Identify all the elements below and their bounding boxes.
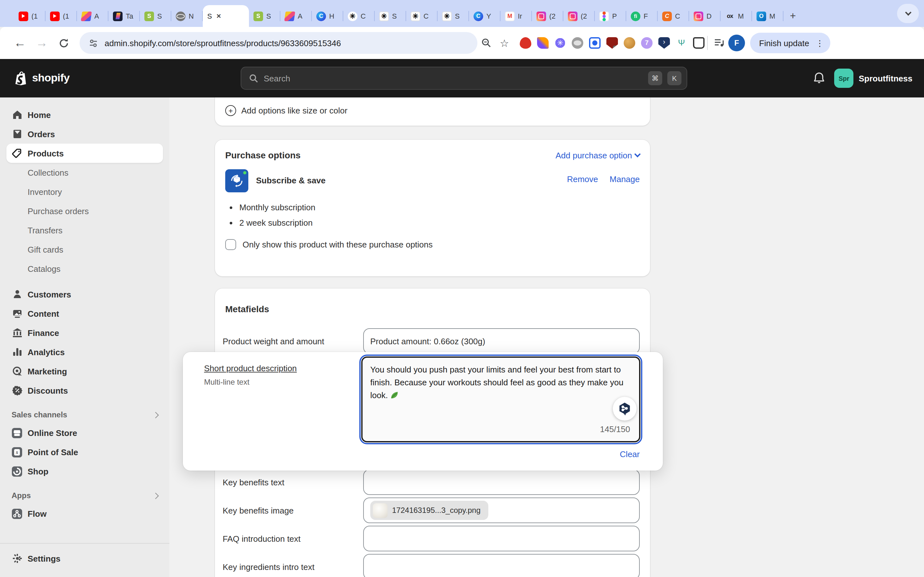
k-key: K [667,71,682,85]
short-description-label[interactable]: Short product description [204,364,297,373]
sidebar-item-label: Customers [27,290,71,299]
manage-link[interactable]: Manage [610,174,640,184]
browser-tab[interactable]: S [438,5,469,27]
chevron-down-icon [634,151,641,157]
sidebar-item-home[interactable]: Home [6,105,163,124]
browser-tab[interactable]: Ta [108,5,140,27]
metafield-row: Product weight and amount Product amount… [223,328,640,354]
sidebar-item-shop[interactable]: Shop [6,462,163,481]
sidebar-item-orders[interactable]: Orders [6,124,163,143]
flask-extension-icon[interactable] [693,37,704,49]
plant-extension-icon[interactable] [676,37,687,49]
store-menu[interactable]: Spr Sproutfitness [834,69,913,88]
forward-button[interactable]: → [31,32,53,54]
add-options-button[interactable]: + Add options like size or color [225,105,347,116]
loom-extension-icon[interactable] [589,37,601,49]
browser-tab[interactable]: C [343,5,375,27]
browser-tab[interactable]: A [280,5,312,27]
sidebar-item-inventory[interactable]: Inventory [6,182,163,201]
browser-tab[interactable]: M [752,5,783,27]
browser-tab[interactable]: (2 [532,5,564,27]
extension-assistant-bubble[interactable] [613,397,636,421]
sidebar-item-flow[interactable]: Flow [6,504,163,523]
browser-tab[interactable]: S [249,5,280,27]
browser-tab[interactable]: C [406,5,438,27]
add-purchase-option-button[interactable]: Add purchase option [556,150,640,160]
color-picker-extension-icon[interactable] [537,37,549,49]
sidebar-item-purchase-orders[interactable]: Purchase orders [6,201,163,221]
monkey-extension-icon[interactable] [572,37,583,49]
global-search-input[interactable]: Search ⌘ K [241,67,687,90]
browser-tab[interactable]: Ir [501,5,532,27]
browser-tab[interactable]: C [658,5,689,27]
sidebar-item-analytics[interactable]: Analytics [6,342,163,362]
sidebar-item-catalogs[interactable]: Catalogs [6,259,163,278]
remove-link[interactable]: Remove [567,174,598,184]
sidebar-item-collections[interactable]: Collections [6,163,163,182]
sidebar-item-transfers[interactable]: Transfers [6,221,163,240]
sidebar-item-settings[interactable]: Settings [6,549,163,568]
youtube-favicon-icon [50,11,60,21]
sidebar-item-point-of-sale[interactable]: sPoint of Sale [6,442,163,462]
sidebar-section-apps[interactable]: Apps [6,487,163,504]
browser-tab[interactable]: (2 [564,5,595,27]
only-show-checkbox[interactable] [225,239,236,250]
reading-list-button[interactable] [710,32,728,54]
browser-tab-active[interactable]: S× [203,5,249,27]
browser-tab[interactable]: M [720,5,752,27]
faq-introduction-text-input[interactable] [363,526,640,551]
notifications-bell-icon[interactable] [813,72,825,85]
snowflake-extension-icon[interactable] [554,37,566,49]
back-button[interactable]: ← [9,32,31,54]
zoom-page-button[interactable] [477,32,495,54]
address-bar[interactable]: admin.shopify.com/store/sproutfitness/pr… [79,32,477,54]
browser-tab[interactable]: A [77,5,108,27]
ublock-extension-icon[interactable]: 67 [606,37,618,49]
browser-tab[interactable]: (1 [14,5,45,27]
browser-tab[interactable]: F [626,5,658,27]
browser-tab[interactable]: D [689,5,720,27]
sidebar-item-products[interactable]: Products [6,143,163,163]
tab-search-button[interactable] [897,4,919,23]
lightning-favicon-icon [284,11,295,21]
clear-button[interactable]: Clear [620,450,640,459]
browser-tab[interactable]: S [375,5,406,27]
browser-tab[interactable]: Y [469,5,501,27]
browser-tab[interactable]: S [140,5,171,27]
subscription-plan-list: Monthly subscription2 week subscription [239,203,640,227]
product-weight-input[interactable]: Product amount: 0.66oz (300g) [363,328,640,354]
tab-close-icon[interactable]: × [216,11,221,21]
key-benefits-text-input[interactable] [363,469,640,495]
reload-button[interactable] [53,32,74,54]
subscription-plan: Monthly subscription [239,203,640,212]
sidebar-item-content[interactable]: Content [6,304,163,323]
sidebar-item-online-store[interactable]: Online Store [6,423,163,442]
browser-tab[interactable]: H [312,5,343,27]
sidebar-item-label: Flow [27,509,47,518]
finish-update-button[interactable]: Finish update ⋮ [750,33,830,53]
browser-profile-avatar[interactable]: F [728,35,745,51]
sidebar-item-marketing[interactable]: Marketing [6,362,163,381]
bookmark-star-icon[interactable]: ☆ [495,32,513,54]
key-benefits-image-input[interactable]: 1724163195...3_copy.png [363,498,640,523]
sidebar-item-discounts[interactable]: Discounts [6,381,163,400]
cookie-extension-icon[interactable] [624,37,635,49]
short-description-textarea[interactable]: You should you push past your limits and… [361,356,640,442]
seven-extension-icon[interactable] [641,37,653,49]
sidebar-item-customers[interactable]: Customers [6,285,163,304]
browser-tab[interactable]: P [595,5,626,27]
sidebar-item-finance[interactable]: Finance [6,323,163,342]
new-tab-button[interactable]: + [783,10,803,27]
file-chip[interactable]: 1724163195...3_copy.png [370,501,488,520]
add-purchase-option-label: Add purchase option [556,150,632,160]
only-show-checkbox-label: Only show this product with these purcha… [242,240,433,250]
sidebar-section-sales-channels[interactable]: Sales channels [6,406,163,423]
shield-navy-extension-icon[interactable] [658,37,670,49]
browser-tab[interactable]: (1 [45,5,77,27]
browser-menu-kebab-icon[interactable]: ⋮ [813,38,827,48]
sidebar-item-gift-cards[interactable]: Gift cards [6,240,163,259]
key-ingredients-intro-text-input[interactable] [363,554,640,577]
stop-hand-extension-icon[interactable] [520,37,531,49]
browser-tab[interactable]: N [171,5,203,27]
search-placeholder: Search [264,73,643,83]
